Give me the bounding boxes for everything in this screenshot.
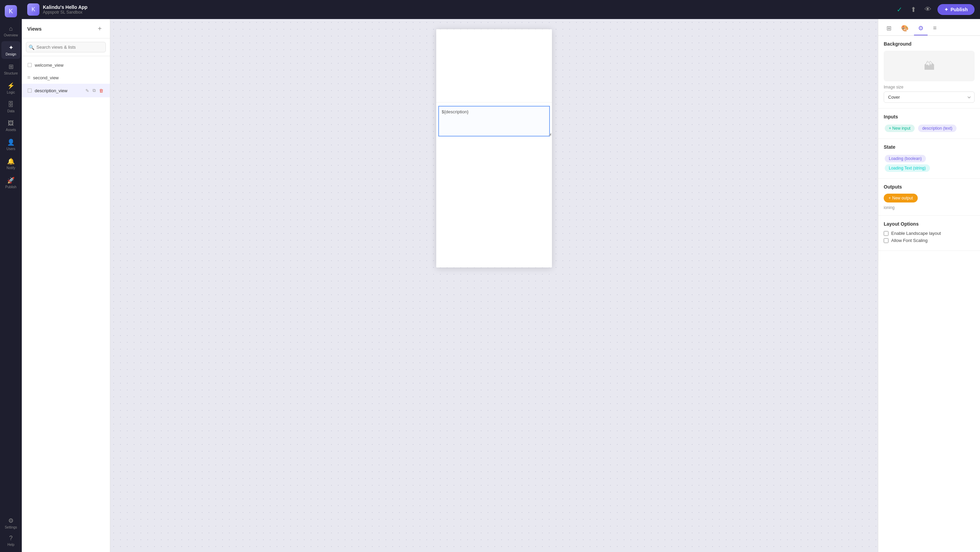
new-input-button[interactable]: + New input <box>885 124 915 132</box>
views-list: ☐ welcome_view ≡ second_view ☐ descripti… <box>22 56 110 552</box>
app-name-group: Kalindu's Hello App Appspotr SL Sandbox <box>43 5 88 14</box>
background-preview[interactable]: 🏔 <box>884 51 975 81</box>
logic-icon: ⚡ <box>7 82 14 89</box>
enable-landscape-checkbox[interactable] <box>884 231 888 236</box>
list-item[interactable]: ☐ welcome_view <box>22 59 110 72</box>
enable-landscape-label: Enable Landscape layout <box>891 231 941 236</box>
loading-text-tag[interactable]: Loading Text (string) <box>885 164 930 172</box>
views-search-area: 🔍 <box>22 38 110 56</box>
sidebar-item-label: Data <box>7 109 14 113</box>
new-output-button[interactable]: + New output <box>884 194 918 202</box>
add-view-button[interactable]: + <box>95 24 105 33</box>
share-button[interactable]: ⬆ <box>908 3 918 16</box>
tab-components[interactable]: ⊞ <box>882 22 896 35</box>
views-header: Views + <box>22 19 110 38</box>
background-section: Background 🏔 Image size Cover Contain St… <box>878 36 980 108</box>
app-header-icon: K <box>27 3 40 16</box>
overview-icon: ⌂ <box>9 25 13 32</box>
app-logo: K <box>2 3 21 20</box>
ioning-text: ioning <box>884 205 975 210</box>
publish-icon: ✦ <box>944 7 948 12</box>
sidebar-item-label: Users <box>6 147 15 151</box>
sidebar-item-label: Design <box>5 52 16 56</box>
nav-bottom: ⚙ Settings ? Help <box>2 514 21 549</box>
new-output-label: New output <box>892 196 913 200</box>
right-panel-tabs: ⊞ 🎨 ⚙ ≡ <box>878 19 980 36</box>
tab-settings[interactable]: ⚙ <box>914 22 928 35</box>
main-area: K Kalindu's Hello App Appspotr SL Sandbo… <box>22 0 980 552</box>
sidebar-item-help[interactable]: ? Help <box>2 532 21 549</box>
view-actions: ✎ ⧉ 🗑 <box>84 87 105 94</box>
copy-view-button[interactable]: ⧉ <box>92 87 97 94</box>
sidebar-item-design[interactable]: ✦ Design <box>2 41 21 59</box>
publish-nav-icon: 🚀 <box>7 177 14 184</box>
list-item[interactable]: ≡ second_view <box>22 72 110 84</box>
allow-font-scaling-label: Allow Font Scaling <box>891 238 928 243</box>
app-subtitle: Appspotr SL Sandbox <box>43 10 88 14</box>
sidebar-item-settings[interactable]: ⚙ Settings <box>2 514 21 532</box>
inputs-section: Inputs + New input description (text) <box>878 108 980 139</box>
image-placeholder-icon: 🏔 <box>924 60 935 73</box>
structure-icon: ⊞ <box>8 63 14 70</box>
state-tags: Loading (boolean) Loading Text (string) <box>884 154 975 173</box>
view-name: welcome_view <box>35 63 105 68</box>
sidebar-item-notify[interactable]: 🔔 Notify <box>2 155 21 173</box>
canvas-area[interactable]: ${description} ◢ <box>110 19 878 552</box>
sidebar-item-structure[interactable]: ⊞ Structure <box>2 60 21 78</box>
image-size-select[interactable]: Cover Contain Stretch Repeat <box>884 92 975 103</box>
layout-options-section: Layout Options Enable Landscape layout A… <box>878 216 980 251</box>
app-logo-icon: K <box>5 5 17 17</box>
sidebar-item-assets[interactable]: 🖼 Assets <box>2 117 21 134</box>
panel-scroll: Background 🏔 Image size Cover Contain St… <box>878 36 980 552</box>
header-app-info: K Kalindu's Hello App Appspotr SL Sandbo… <box>27 3 891 16</box>
sidebar-item-label: Structure <box>4 72 18 75</box>
nav-sidebar: K ⌂ Overview ✦ Design ⊞ Structure ⚡ Logi… <box>0 0 22 552</box>
tab-layers[interactable]: ≡ <box>929 22 941 35</box>
sidebar-item-overview[interactable]: ⌂ Overview <box>2 22 21 40</box>
layout-options-title: Layout Options <box>884 221 975 227</box>
description-tag[interactable]: description (text) <box>918 124 956 132</box>
header: K Kalindu's Hello App Appspotr SL Sandbo… <box>22 0 980 19</box>
state-section: State Loading (boolean) Loading Text (st… <box>878 139 980 179</box>
resize-handle[interactable]: ◢ <box>549 132 551 136</box>
tab-style[interactable]: 🎨 <box>897 22 913 35</box>
sidebar-item-logic[interactable]: ⚡ Logic <box>2 79 21 97</box>
canvas-text-element[interactable]: ${description} <box>438 106 550 137</box>
allow-font-scaling-checkbox[interactable] <box>884 238 888 243</box>
publish-label: Publish <box>950 7 968 12</box>
edit-view-button[interactable]: ✎ <box>84 87 90 94</box>
inputs-tags: + New input description (text) <box>884 124 975 133</box>
loading-boolean-tag[interactable]: Loading (boolean) <box>885 155 926 162</box>
view-icon: ≡ <box>27 75 30 81</box>
background-title: Background <box>884 41 975 47</box>
sidebar-item-label: Overview <box>4 33 18 37</box>
search-input[interactable] <box>26 42 106 52</box>
allow-font-scaling-row: Allow Font Scaling <box>884 238 975 243</box>
sidebar-item-publish[interactable]: 🚀 Publish <box>2 174 21 192</box>
sidebar-item-label: Settings <box>5 525 17 529</box>
canvas-text-wrapper: ${description} ◢ <box>436 106 552 137</box>
sidebar-item-label: Assets <box>6 128 16 132</box>
view-icon: ☐ <box>27 62 32 68</box>
view-name: description_view <box>35 88 82 93</box>
right-panel: ⊞ 🎨 ⚙ ≡ Background 🏔 Image size Cove <box>878 19 980 552</box>
delete-view-button[interactable]: 🗑 <box>98 87 105 94</box>
notify-icon: 🔔 <box>7 157 14 165</box>
sidebar-item-data[interactable]: 🗄 Data <box>2 99 21 116</box>
header-actions: ✓ ⬆ 👁 ✦ Publish <box>894 3 975 16</box>
status-check-button[interactable]: ✓ <box>894 3 904 16</box>
list-item-active[interactable]: ☐ description_view ✎ ⧉ 🗑 <box>22 84 110 97</box>
app-name: Kalindu's Hello App <box>43 5 88 10</box>
inputs-title: Inputs <box>884 114 975 119</box>
sidebar-item-label: Logic <box>7 91 15 94</box>
views-title: Views <box>27 26 41 32</box>
sidebar-item-users[interactable]: 👤 Users <box>2 136 21 153</box>
sidebar-item-label: Help <box>8 543 14 547</box>
enable-landscape-row: Enable Landscape layout <box>884 231 975 236</box>
views-panel: Views + 🔍 ☐ welcome_view ≡ <box>22 19 110 552</box>
sidebar-item-label: Publish <box>5 185 17 189</box>
preview-button[interactable]: 👁 <box>923 3 933 15</box>
publish-button[interactable]: ✦ Publish <box>937 4 975 15</box>
canvas-background-area <box>436 29 552 102</box>
canvas-frame: ${description} ◢ <box>436 29 552 267</box>
